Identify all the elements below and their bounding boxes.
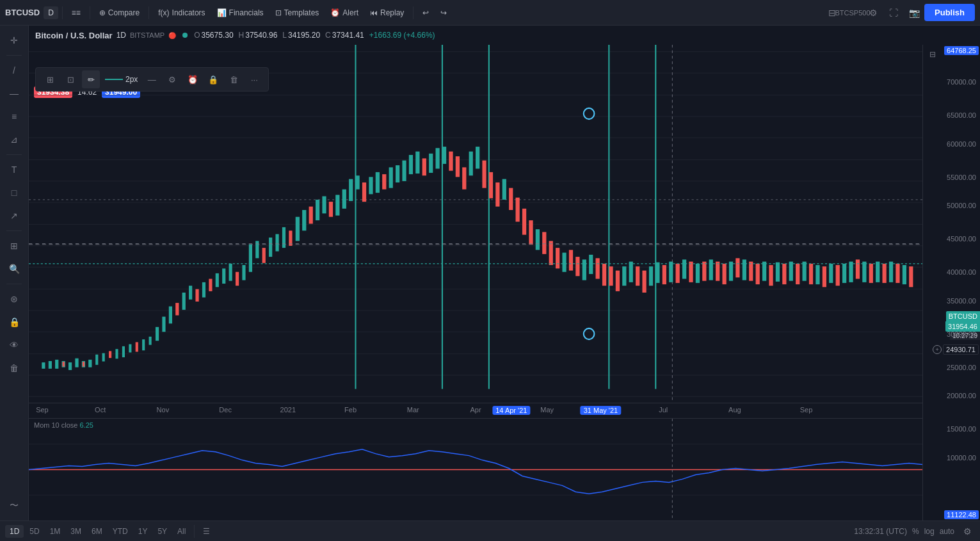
x-label-feb: Feb <box>344 406 357 414</box>
svg-rect-114 <box>616 271 620 291</box>
x-label-dec: Dec <box>219 406 232 414</box>
alert-button[interactable]: ⏰ Alert <box>325 6 364 20</box>
delete-draw-button[interactable]: 🗑 <box>225 70 243 88</box>
chart-type-button[interactable]: ☰ <box>198 525 214 538</box>
line-style-button[interactable]: — <box>143 70 161 88</box>
tf-all-button[interactable]: All <box>173 525 190 538</box>
text-tool[interactable]: T <box>4 160 24 179</box>
tf-6m-button[interactable]: 6M <box>87 525 107 538</box>
shape-select-button[interactable]: ⊡ <box>61 70 79 88</box>
trend-line-tool[interactable]: / <box>4 61 24 80</box>
pencil-button[interactable]: ✏ <box>82 70 100 88</box>
open-value: 35675.30 <box>202 31 234 40</box>
publish-button[interactable]: Publish <box>924 4 975 21</box>
alert-draw-button[interactable]: ⏰ <box>184 70 202 88</box>
lock-draw-button[interactable]: 🔒 <box>204 70 222 88</box>
log-label[interactable]: log <box>924 527 935 536</box>
magnet-tool[interactable]: ⊛ <box>4 289 24 309</box>
top-price-label: 64768.25 <box>944 46 979 55</box>
svg-rect-89 <box>449 152 453 171</box>
hide-tool[interactable]: 👁 <box>4 335 24 355</box>
bottom-right-info: 13:32:31 (UTC) % log auto ⚙ <box>854 524 975 539</box>
ohlc-values: O 35675.30 H 37540.96 L 34195.20 C 37341… <box>194 31 435 40</box>
measure-tool[interactable]: ⊞ <box>4 236 24 255</box>
fib-tool[interactable]: ⊿ <box>4 130 24 149</box>
alert-icon: ⏰ <box>330 8 340 17</box>
indicators-button[interactable]: f(x) Indicators <box>153 6 210 20</box>
svg-rect-155 <box>889 262 893 282</box>
channel-tool[interactable]: ≡ <box>4 107 24 126</box>
svg-rect-152 <box>869 264 873 283</box>
expand-price-axis-button[interactable]: ⊟ <box>926 47 940 61</box>
lock-tool[interactable]: 🔒 <box>4 312 24 332</box>
svg-rect-122 <box>669 262 673 282</box>
settings-button[interactable]: ⚙ <box>864 4 882 22</box>
financials-button[interactable]: 📊 Financials <box>212 6 269 20</box>
svg-rect-37 <box>102 353 105 362</box>
svg-rect-69 <box>316 200 319 220</box>
undo-button[interactable]: ↩ <box>417 6 434 20</box>
svg-rect-38 <box>109 351 111 358</box>
svg-rect-95 <box>489 172 493 198</box>
svg-rect-35 <box>89 360 92 367</box>
sidebar-divider-3 <box>6 230 22 231</box>
trash-tool[interactable]: 🗑 <box>4 359 24 378</box>
svg-rect-91 <box>462 167 466 189</box>
redo-button[interactable]: ↪ <box>435 6 452 20</box>
auto-label[interactable]: auto <box>940 527 954 536</box>
svg-rect-156 <box>896 264 899 283</box>
svg-rect-90 <box>456 156 460 177</box>
comparison-symbol-button[interactable]: BTCSP500 <box>844 4 862 22</box>
arrow-tool[interactable]: ↗ <box>4 206 24 225</box>
mom-value: 6.25 <box>80 421 93 429</box>
svg-rect-62 <box>269 238 272 257</box>
tf-1d-button[interactable]: 1D <box>5 525 24 538</box>
more-draw-button[interactable]: ··· <box>245 70 263 88</box>
fullscreen-button[interactable]: ⛶ <box>885 4 903 22</box>
svg-rect-133 <box>743 259 746 280</box>
tf-3m-button[interactable]: 3M <box>66 525 86 538</box>
tf-1m-button[interactable]: 1M <box>45 525 65 538</box>
svg-rect-141 <box>796 264 799 284</box>
replay-button[interactable]: ⏮ Replay <box>365 6 409 20</box>
svg-rect-118 <box>642 271 646 293</box>
svg-rect-70 <box>322 197 326 214</box>
svg-rect-28 <box>42 363 45 369</box>
price-level-20000: 20000.00 <box>947 392 976 400</box>
templates-button[interactable]: ⊡ Templates <box>270 6 325 20</box>
tf-ytd-button[interactable]: YTD <box>108 525 133 538</box>
gear-button[interactable]: ⚙ <box>163 70 181 88</box>
svg-rect-64 <box>282 227 285 248</box>
tf-1y-button[interactable]: 1Y <box>134 525 152 538</box>
chart-center: ⊞ ⊡ ✏ 2px — ⚙ ⏰ 🔒 🗑 ··· <box>29 45 922 521</box>
shape-tool[interactable]: □ <box>4 183 24 202</box>
svg-rect-44 <box>149 337 152 345</box>
layout-grid-button[interactable]: ⊞ <box>41 70 59 88</box>
price-level-55000: 55000.00 <box>947 174 976 181</box>
bar-style-button[interactable]: ≡≡ <box>67 6 86 20</box>
svg-rect-84 <box>415 152 419 174</box>
svg-rect-157 <box>903 265 906 284</box>
svg-rect-63 <box>275 234 278 252</box>
svg-rect-39 <box>115 349 118 359</box>
toolbar-separator-4 <box>413 6 414 19</box>
price-chart-area[interactable] <box>29 45 922 403</box>
pct-label[interactable]: % <box>912 527 919 536</box>
axis-top-icon[interactable]: ⊟ <box>926 47 940 61</box>
x-label-nov: Nov <box>157 406 170 414</box>
settings-gear-button[interactable]: ⚙ <box>960 524 975 539</box>
svg-rect-120 <box>655 262 659 283</box>
wave-tool[interactable]: 〜 <box>4 496 24 515</box>
svg-rect-40 <box>122 346 125 357</box>
screenshot-button[interactable]: 📷 <box>905 4 923 22</box>
horizontal-line-tool[interactable]: — <box>4 84 24 103</box>
zoom-tool[interactable]: 🔍 <box>4 259 24 279</box>
svg-rect-97 <box>502 179 506 200</box>
tf-5y-button[interactable]: 5Y <box>153 525 172 538</box>
timeframe-button[interactable]: D <box>44 6 58 19</box>
svg-rect-56 <box>229 264 232 281</box>
tf-5d-button[interactable]: 5D <box>25 525 44 538</box>
svg-rect-55 <box>222 268 225 284</box>
cursor-tool[interactable]: ✛ <box>4 31 24 50</box>
compare-button[interactable]: ⊕ Compare <box>94 6 145 20</box>
